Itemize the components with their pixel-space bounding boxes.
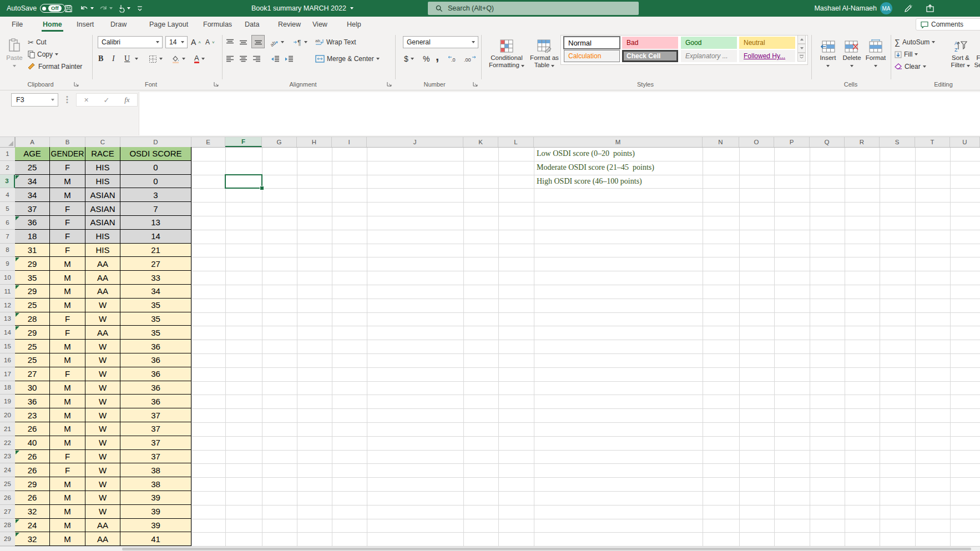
- autosave-toggle[interactable]: Off: [40, 0, 65, 17]
- row-header-23[interactable]: 23: [0, 450, 15, 464]
- decrease-indent-button[interactable]: [271, 53, 280, 65]
- cell-C3[interactable]: HIS: [85, 175, 120, 189]
- user-avatar[interactable]: MA: [880, 0, 892, 17]
- cell-B5[interactable]: F: [50, 202, 85, 216]
- customize-quick-access-button[interactable]: [137, 0, 143, 17]
- horizontal-scrollbar-thumb[interactable]: [122, 548, 971, 550]
- underline-button[interactable]: U: [124, 53, 130, 65]
- save-button[interactable]: [64, 0, 73, 17]
- cell-A7[interactable]: 18: [15, 230, 50, 244]
- cell-B1[interactable]: GENDER: [50, 147, 85, 161]
- find-select-button[interactable]: Find & Select: [971, 34, 980, 79]
- user-name[interactable]: Mashael Al-Namaeh: [810, 0, 877, 17]
- cell-B9[interactable]: M: [50, 257, 85, 271]
- cell-D2[interactable]: 0: [120, 161, 191, 175]
- tab-insert[interactable]: Insert: [70, 17, 100, 32]
- cell-C19[interactable]: W: [85, 395, 120, 408]
- column-header-J[interactable]: J: [367, 137, 463, 147]
- cell-A21[interactable]: 26: [15, 422, 50, 436]
- tab-draw[interactable]: Draw: [104, 17, 133, 32]
- cell-D18[interactable]: 36: [120, 381, 191, 395]
- cell-B20[interactable]: M: [50, 408, 85, 422]
- cell-B6[interactable]: F: [50, 216, 85, 230]
- cell-style-neutral[interactable]: Neutral: [739, 37, 795, 49]
- cell-C27[interactable]: W: [85, 505, 120, 519]
- cell-style-check-cell[interactable]: Check Cell: [622, 50, 678, 62]
- column-header-B[interactable]: B: [50, 137, 85, 147]
- cell-A6[interactable]: 36: [15, 216, 50, 230]
- cell-C23[interactable]: W: [85, 450, 120, 464]
- cell-A26[interactable]: 26: [15, 491, 50, 505]
- cell-B7[interactable]: F: [50, 230, 85, 244]
- cell-A14[interactable]: 29: [15, 326, 50, 340]
- cell-C14[interactable]: AA: [85, 326, 120, 340]
- cell-D27[interactable]: 39: [120, 505, 191, 519]
- bold-button[interactable]: B: [98, 53, 103, 65]
- cell-A29[interactable]: 32: [15, 532, 50, 546]
- row-header-29[interactable]: 29: [0, 532, 15, 546]
- cell-B17[interactable]: F: [50, 367, 85, 381]
- format-painter-button[interactable]: Format Painter: [28, 60, 82, 73]
- cell-A23[interactable]: 26: [15, 450, 50, 464]
- cell-A13[interactable]: 28: [15, 312, 50, 326]
- row-header-7[interactable]: 7: [0, 230, 15, 244]
- enter-icon[interactable]: ✓: [103, 96, 109, 104]
- cell-D8[interactable]: 21: [120, 244, 191, 257]
- cell-D5[interactable]: 7: [120, 202, 191, 216]
- row-header-12[interactable]: 12: [0, 299, 15, 312]
- sort-filter-button[interactable]: AZ Sort & Filter: [947, 34, 974, 79]
- font-dialog-launcher-icon[interactable]: [213, 81, 219, 87]
- cell-B29[interactable]: M: [50, 532, 85, 546]
- cell-style-good[interactable]: Good: [681, 37, 737, 49]
- document-title[interactable]: Book1 summary MARCH 2022: [251, 0, 353, 17]
- column-header-P[interactable]: P: [774, 137, 810, 147]
- row-header-26[interactable]: 26: [0, 491, 15, 505]
- cell-B14[interactable]: F: [50, 326, 85, 340]
- column-header-T[interactable]: T: [915, 137, 950, 147]
- cell-A17[interactable]: 27: [15, 367, 50, 381]
- tab-file[interactable]: File: [6, 17, 29, 32]
- row-header-25[interactable]: 25: [0, 477, 15, 491]
- font-family-select[interactable]: Calibri: [98, 36, 163, 48]
- cell-C16[interactable]: W: [85, 353, 120, 367]
- column-header-L[interactable]: L: [498, 137, 534, 147]
- cell-A27[interactable]: 32: [15, 505, 50, 519]
- cell-D23[interactable]: 37: [120, 450, 191, 464]
- decrease-decimal-button[interactable]: .00: [464, 53, 477, 65]
- cell-B13[interactable]: F: [50, 312, 85, 326]
- insert-function-icon[interactable]: fx: [124, 95, 129, 104]
- cell-style-bad[interactable]: Bad: [622, 37, 678, 49]
- cell-B10[interactable]: M: [50, 271, 85, 285]
- tab-review[interactable]: Review: [272, 17, 307, 32]
- row-header-13[interactable]: 13: [0, 312, 15, 326]
- cell-C6[interactable]: ASIAN: [85, 216, 120, 230]
- cell-B21[interactable]: M: [50, 422, 85, 436]
- column-header-O[interactable]: O: [739, 137, 774, 147]
- cell-C11[interactable]: AA: [85, 285, 120, 299]
- row-header-15[interactable]: 15: [0, 340, 15, 353]
- cell-D11[interactable]: 34: [120, 285, 191, 299]
- row-header-22[interactable]: 22: [0, 436, 15, 450]
- paste-button[interactable]: Paste: [3, 34, 26, 79]
- row-header-9[interactable]: 9: [0, 257, 15, 271]
- cell-C5[interactable]: ASIAN: [85, 202, 120, 216]
- cell-B15[interactable]: M: [50, 340, 85, 353]
- cell-B23[interactable]: F: [50, 450, 85, 464]
- cell-A10[interactable]: 35: [15, 271, 50, 285]
- cell-A28[interactable]: 24: [15, 519, 50, 533]
- cell-C28[interactable]: AA: [85, 519, 120, 533]
- formula-bar-handle[interactable]: •••: [66, 95, 68, 104]
- cell-D16[interactable]: 36: [120, 353, 191, 367]
- format-as-table-button[interactable]: Format as Table: [527, 34, 562, 79]
- cell-style-followed-hy-[interactable]: Followed Hy...: [739, 50, 795, 62]
- merge-center-button[interactable]: Merge & Center: [315, 53, 380, 65]
- horizontal-scrollbar[interactable]: [0, 546, 980, 551]
- cell-D26[interactable]: 39: [120, 491, 191, 505]
- row-header-11[interactable]: 11: [0, 285, 15, 299]
- conditional-formatting-button[interactable]: Conditional Formatting: [487, 34, 526, 79]
- bottom-align-button[interactable]: [251, 35, 265, 48]
- cell-D19[interactable]: 36: [120, 395, 191, 408]
- column-header-N[interactable]: N: [703, 137, 739, 147]
- autosum-button[interactable]: ∑ AutoSum: [895, 36, 935, 48]
- orientation-button[interactable]: ab: [270, 36, 284, 48]
